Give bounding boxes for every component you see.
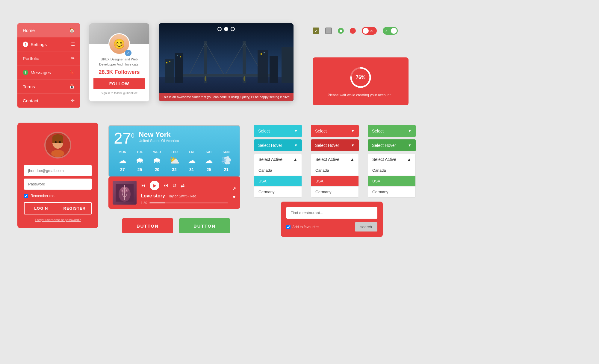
favourites-label-text: Add to favourites: [292, 225, 319, 229]
dropdown-hover-arrow-3: ▼: [408, 143, 412, 147]
music-title-row: Love story Taylor Swift - Red: [141, 193, 228, 199]
dropdowns-section: Select ▼ Select Hover ▼ Select Active ▲ …: [254, 125, 416, 198]
svg-rect-7: [180, 56, 181, 57]
dropdown-item-germany-2[interactable]: Germany: [311, 187, 359, 197]
login-button[interactable]: LOGIN: [25, 203, 58, 214]
avatar-wrap: 😊 ✓: [108, 33, 130, 55]
sidebar-label-messages: Messages: [31, 70, 51, 75]
toggle-label-check: ✓: [385, 29, 388, 33]
profile-description: UI/UX Designer and Web Developper And I …: [93, 57, 145, 67]
add-to-favourites-label[interactable]: Add to favourites: [286, 225, 319, 229]
music-extra-controls: ↗ ♥: [232, 186, 236, 200]
sidebar-item-messages[interactable]: ? Messages 🔖: [17, 66, 80, 80]
red-button[interactable]: BUTTON: [122, 218, 173, 233]
dropdown-hover-2[interactable]: Select Hover ▼: [311, 139, 359, 151]
temp-sat: 25: [200, 167, 218, 172]
settings-badge: !: [23, 42, 28, 47]
dropdown-hover-1[interactable]: Select Hover ▼: [254, 139, 302, 151]
next-button[interactable]: ⏭: [164, 183, 168, 188]
radio-1[interactable]: [338, 28, 344, 34]
dropdown-open-1: Select Active ▲ Canada USA Germany: [254, 154, 302, 198]
dropdown-col-3: Select ▼ Select Hover ▼ Select Active ▲ …: [368, 125, 416, 198]
dropdown-item-canada-1[interactable]: Canada: [254, 165, 302, 176]
remember-checkbox[interactable]: [24, 194, 28, 198]
music-progress-bar: 1:50: [141, 201, 228, 205]
dropdown-select-1[interactable]: Select ▼: [254, 125, 302, 137]
svg-rect-18: [270, 56, 278, 83]
weather-header: 27 0 New York United States Of America: [114, 130, 235, 146]
dropdown-item-canada-3[interactable]: Canada: [368, 165, 415, 176]
dropdown-item-usa-1[interactable]: USA: [254, 176, 302, 187]
temperature: 27: [114, 130, 131, 146]
dropdown-item-usa-3[interactable]: USA: [368, 176, 415, 187]
progress-message: Please wait while creating your account.…: [328, 93, 394, 97]
slider-dot-3[interactable]: [231, 27, 235, 31]
checkbox-1[interactable]: ✓: [313, 28, 319, 34]
dropdown-hover-3[interactable]: Select Hover ▼: [368, 139, 416, 151]
temp-tue: 25: [131, 167, 149, 172]
dropdown-select-2[interactable]: Select ▼: [311, 125, 359, 137]
toggle-2[interactable]: ✓: [383, 27, 398, 35]
day-name-sun: SUN: [217, 150, 235, 154]
favourites-checkbox[interactable]: [286, 225, 291, 229]
search-box: Add to favourites search: [281, 202, 383, 237]
music-thumbnail: [113, 181, 137, 205]
search-input-wrap: [286, 207, 377, 219]
sidebar-label-contact: Contact: [23, 98, 38, 103]
toggle-knob-1: [363, 28, 369, 34]
dropdown-open-header-1[interactable]: Select Active ▲: [254, 154, 302, 165]
prev-button[interactable]: ⏮: [141, 183, 146, 188]
weather-day-tue: TUE 🌧 25: [131, 150, 149, 172]
slider-caption: This is an awesome slider that you can c…: [159, 93, 294, 101]
slider-dot-2[interactable]: [224, 27, 228, 31]
dropdown-open-arrow-2: ▲: [350, 157, 354, 162]
music-thumb-image: [116, 184, 134, 202]
slider-dot-1[interactable]: [217, 27, 222, 31]
share-button[interactable]: ↗: [232, 186, 236, 191]
toggle-label-x: ✕: [370, 29, 374, 33]
sidebar-item-terms[interactable]: Terms 📅: [17, 80, 80, 94]
toggle-1[interactable]: ✕: [362, 27, 377, 35]
dropdown-item-canada-2[interactable]: Canada: [311, 165, 359, 176]
temp-sun: 21: [217, 167, 235, 172]
dropdown-item-germany-1[interactable]: Germany: [254, 187, 302, 197]
progress-track[interactable]: [149, 202, 228, 203]
dropdown-open-header-3[interactable]: Select Active ▲: [368, 154, 415, 165]
temp-fri: 31: [183, 167, 200, 172]
progress-fill: [149, 202, 165, 203]
checkbox-2[interactable]: [325, 28, 332, 34]
forgot-password-link[interactable]: Forgot username or password?: [35, 218, 81, 222]
svg-rect-27: [52, 137, 63, 143]
sidebar-item-contact[interactable]: Contact ✈: [17, 94, 80, 108]
svg-point-21: [243, 76, 245, 81]
heart-button[interactable]: ♥: [233, 194, 236, 200]
follow-button[interactable]: FOLLOW: [93, 78, 145, 89]
dropdown-item-germany-3[interactable]: Germany: [368, 187, 415, 197]
svg-rect-14: [183, 74, 270, 77]
green-button[interactable]: BUTTON: [179, 218, 230, 233]
progress-circle-container: 76%: [349, 66, 373, 89]
dropdown-label-3: Select: [372, 129, 384, 133]
weather-widget: 27 0 New York United States Of America M…: [108, 125, 240, 177]
svg-point-30: [59, 141, 61, 143]
email-field[interactable]: [24, 165, 92, 176]
day-name-wed: WED: [148, 150, 166, 154]
dropdown-hover-arrow-1: ▼: [294, 143, 298, 147]
svg-rect-19: [282, 47, 294, 83]
repeat-button[interactable]: ↺: [173, 183, 176, 188]
search-button[interactable]: search: [355, 222, 377, 232]
dropdown-select-3[interactable]: Select ▼: [368, 125, 416, 137]
dropdown-open-header-2[interactable]: Select Active ▲: [311, 154, 359, 165]
register-button[interactable]: REGISTER: [58, 203, 91, 214]
login-buttons-group: LOGIN REGISTER: [24, 202, 92, 214]
play-button[interactable]: ▶: [150, 181, 159, 190]
password-field[interactable]: [24, 179, 92, 190]
sidebar-item-home[interactable]: Home 🏠: [17, 23, 80, 37]
dropdown-item-usa-2[interactable]: USA: [311, 176, 359, 187]
search-input[interactable]: [286, 207, 377, 219]
toggle-knob-2: [391, 28, 397, 34]
shuffle-button[interactable]: ⇄: [181, 183, 184, 188]
radio-2[interactable]: [350, 28, 356, 34]
sidebar-item-portfolio[interactable]: Portfolio ✏: [17, 51, 80, 66]
sidebar-item-settings[interactable]: ! Settings ☰: [17, 37, 80, 51]
